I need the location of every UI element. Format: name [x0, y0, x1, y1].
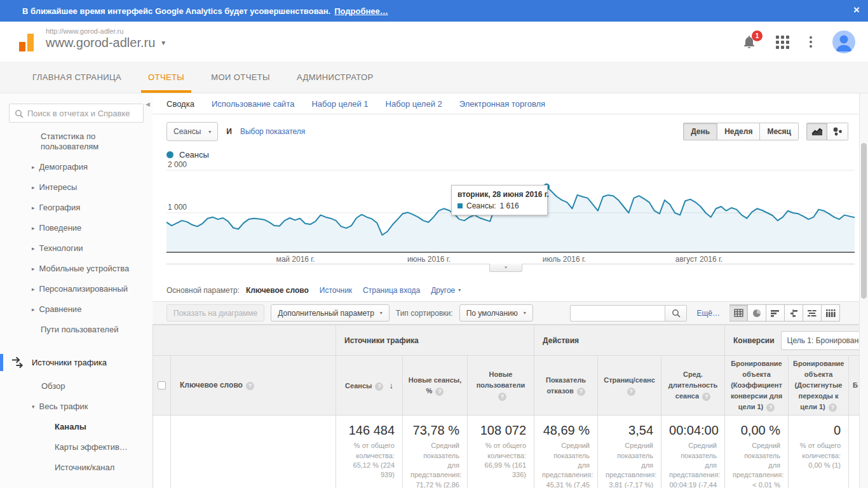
report-tab[interactable]: Электронная торговля: [459, 99, 545, 109]
sessions-chart[interactable]: вторник, 28 июня 2016 г. Сеансы: 1 616 2…: [166, 163, 855, 253]
parameter-option[interactable]: Страница входа: [363, 286, 420, 295]
help-icon[interactable]: ?: [375, 383, 383, 391]
chart-collapse-button[interactable]: ▾: [489, 264, 522, 272]
nav-item[interactable]: ОТЧЕТЫ: [135, 62, 198, 93]
help-icon[interactable]: ?: [766, 403, 775, 412]
vertical-scrollbar[interactable]: [859, 93, 868, 488]
apps-grid-icon[interactable]: [776, 36, 789, 49]
bubbles-icon: [832, 127, 843, 136]
parameter-option[interactable]: Источник: [320, 286, 352, 295]
sidebar-item[interactable]: ▸Персонализированный: [0, 279, 153, 299]
secondary-dimension-label: Дополнительный параметр: [278, 309, 374, 318]
term-cloud-view-button[interactable]: [803, 304, 822, 322]
help-icon[interactable]: ?: [246, 382, 254, 390]
comparison-view-button[interactable]: [785, 304, 803, 322]
sidebar-item[interactable]: Каналы: [0, 417, 153, 437]
x-axis-month-label: июнь 2016 г.: [407, 255, 451, 264]
granularity-button[interactable]: Месяц: [760, 123, 799, 140]
report-tab[interactable]: Сводка: [166, 99, 194, 109]
report-tab[interactable]: Набор целей 2: [386, 99, 442, 109]
report-tabs: СводкаИспользование сайтаНабор целей 1На…: [153, 93, 868, 114]
notifications-button[interactable]: 1: [742, 34, 757, 50]
metric-selector-button[interactable]: Сеансы ▾: [166, 122, 218, 141]
sidebar-item[interactable]: ▸Интересы: [0, 177, 153, 198]
column-header[interactable]: Показатель отказов?: [534, 356, 598, 416]
more-menu-icon[interactable]: [808, 35, 813, 49]
column-header[interactable]: Новые сеансы, %?: [403, 356, 468, 416]
keyword-column-header[interactable]: Ключевое слово?: [171, 356, 336, 416]
keywords-table: Источники трафика Действия Конверсии Цел…: [153, 325, 868, 488]
sort-type-button[interactable]: По умолчанию ▾: [459, 304, 533, 322]
column-header[interactable]: Бронирование объекта (Достигнутые перехо…: [789, 356, 849, 416]
sidebar-item[interactable]: ▸Демография: [0, 157, 153, 177]
sidebar-item[interactable]: ▸Поведение: [0, 218, 153, 238]
line-chart-toggle-button[interactable]: [806, 123, 827, 140]
advanced-more-link[interactable]: Ещё…: [696, 309, 720, 318]
performance-view-button[interactable]: [766, 304, 785, 322]
column-header[interactable]: Новые пользователи?: [468, 356, 534, 416]
chart-divider: ▾: [166, 264, 855, 274]
table-view-button[interactable]: [729, 304, 748, 322]
motion-chart-toggle-button[interactable]: [827, 123, 848, 140]
nav-item[interactable]: ГЛАВНАЯ СТРАНИЦА: [19, 62, 135, 93]
select-all-checkbox[interactable]: [158, 381, 166, 390]
select-metric-link[interactable]: Выбор показателя: [240, 127, 305, 136]
summary-subtext: Средний показатель для представления: < …: [733, 441, 780, 488]
chevron-right-icon: ▸: [32, 223, 35, 233]
column-header[interactable]: Сеансы?↓: [336, 356, 403, 416]
sidebar-item[interactable]: ▾Весь трафик: [0, 396, 153, 417]
account-selector[interactable]: www.gorod-adler.ru ▼: [46, 36, 166, 50]
avatar[interactable]: [832, 30, 855, 53]
sidebar-item[interactable]: Источник/канал: [0, 458, 153, 478]
column-header[interactable]: Бронирование объекта (Коэффициент конвер…: [725, 356, 789, 416]
sidebar-item[interactable]: ▸Технологии: [0, 238, 153, 259]
summary-cell: 146 484% от общего количества: 65,12 % (…: [336, 416, 403, 488]
chevron-right-icon: ▸: [32, 243, 35, 254]
primary-dimension-label: Основной параметр:: [166, 286, 240, 295]
column-header-label: Сеансы: [345, 382, 372, 390]
sidebar-item[interactable]: ▸Сравнение: [0, 299, 153, 320]
x-axis-month-label: май 2016 г.: [276, 255, 315, 264]
help-icon[interactable]: ?: [702, 393, 710, 401]
table-search-button[interactable]: [665, 305, 687, 322]
chevron-right-icon: ▸: [32, 203, 35, 213]
parameter-option[interactable]: Ключевое слово: [246, 286, 309, 295]
parameter-option[interactable]: Другое▾: [431, 286, 461, 295]
sidebar-collapse-icon[interactable]: ◀: [146, 101, 150, 107]
secondary-dimension-button[interactable]: Дополнительный параметр ▾: [271, 304, 390, 322]
scrollbar-thumb[interactable]: [861, 143, 867, 299]
table-search-input[interactable]: [570, 305, 665, 322]
sidebar-item[interactable]: Карты эффектив…: [0, 437, 153, 458]
plot-rows-button[interactable]: Показать на диаграмме: [166, 304, 264, 322]
help-icon[interactable]: ?: [627, 388, 635, 396]
sidebar-item-label: Карты эффектив…: [55, 442, 128, 452]
column-header[interactable]: Страниц/сеанс?: [598, 356, 661, 416]
report-tab[interactable]: Использование сайта: [212, 99, 295, 109]
search-input[interactable]: [27, 104, 134, 122]
close-icon[interactable]: ×: [853, 4, 860, 16]
pivot-view-button[interactable]: [822, 304, 840, 322]
sidebar-search[interactable]: [9, 104, 144, 123]
help-icon[interactable]: ?: [498, 393, 506, 401]
granularity-button[interactable]: Неделя: [717, 123, 760, 140]
sidebar-item[interactable]: Пути пользователей: [0, 320, 153, 340]
help-icon[interactable]: ?: [577, 388, 585, 396]
sidebar-item[interactable]: ▸Мобильные устройства: [0, 259, 153, 279]
percentage-view-button[interactable]: [748, 304, 766, 322]
granularity-button[interactable]: День: [683, 123, 717, 140]
series-square-icon: [458, 203, 463, 208]
nav-item[interactable]: МОИ ОТЧЕТЫ: [198, 62, 283, 93]
sidebar-item[interactable]: ▸География: [0, 198, 153, 218]
x-axis-month-label: июль 2016 г.: [543, 255, 586, 264]
main-content: СводкаИспользование сайтаНабор целей 1На…: [153, 93, 868, 488]
sidebar-item[interactable]: Источники трафика: [0, 349, 153, 376]
nav-item[interactable]: АДМИНИСТРАТОР: [283, 62, 387, 93]
help-icon[interactable]: ?: [829, 403, 837, 412]
banner-more-link[interactable]: Подробнее…: [334, 6, 388, 16]
sidebar-item[interactable]: Статистика по пользователям: [0, 126, 153, 157]
column-header[interactable]: Сред. длительность сеанса?: [661, 356, 725, 416]
help-icon[interactable]: ?: [435, 388, 444, 396]
goal-selector[interactable]: Цель 1: Бронирование об: [781, 331, 868, 350]
report-tab[interactable]: Набор целей 1: [311, 99, 368, 109]
sidebar-item[interactable]: Обзор: [0, 376, 153, 396]
